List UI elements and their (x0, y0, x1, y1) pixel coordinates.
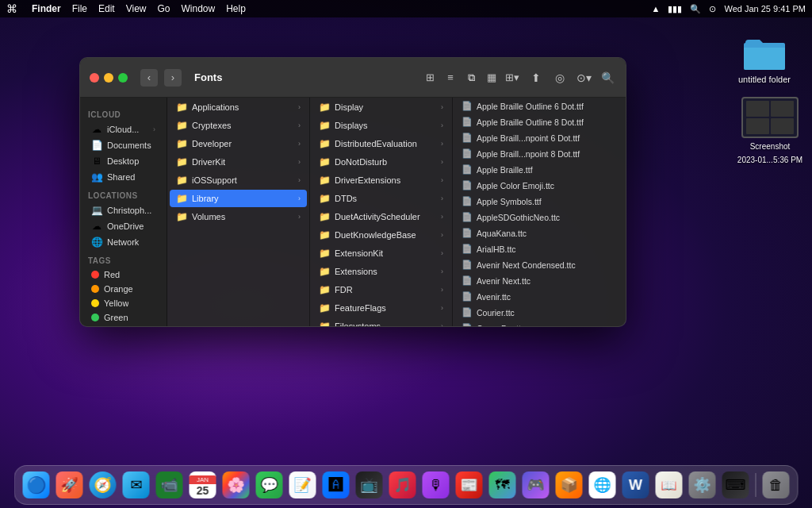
view-options-button[interactable]: ⊞▾ (504, 69, 521, 87)
gallery-view-button[interactable]: ▦ (483, 69, 500, 87)
dock-syspref[interactable]: ⚙️ (688, 470, 718, 500)
dock-trash[interactable]: 🗑 (761, 470, 791, 500)
back-button[interactable]: ‹ (140, 69, 158, 87)
tag-button[interactable]: ◎ (551, 69, 569, 87)
col2-item-featureflags[interactable]: 📁 FeatureFlags › (312, 299, 450, 317)
dock-arcade[interactable]: 🎮 (521, 470, 551, 500)
col1-item-cryptexes[interactable]: 📁 Cryptexes › (170, 117, 307, 134)
sidebar-item-red[interactable]: Red (83, 267, 163, 282)
file-item-4[interactable]: 📄 Apple Braille.ttf (455, 162, 623, 177)
dock-calendar[interactable]: JAN 25 (188, 470, 218, 500)
file-item-14[interactable]: 📄 GeezaPro.ttc (455, 321, 623, 326)
col2-item-distributedeval[interactable]: 📁 DistributedEvaluation › (312, 135, 450, 152)
col2-item-display[interactable]: 📁 Display › (312, 98, 450, 116)
maximize-button[interactable] (118, 73, 128, 83)
menu-edit[interactable]: Edit (98, 3, 115, 14)
file-item-0[interactable]: 📄 Apple Braille Outline 6 Dot.ttf (455, 98, 623, 114)
col2-item-dtds[interactable]: 📁 DTDs › (312, 190, 450, 207)
list-view-button[interactable]: ≡ (442, 69, 459, 87)
col1-item-developer[interactable]: 📁 Developer › (170, 135, 307, 152)
col1-item-library[interactable]: 📁 Library › (170, 190, 307, 207)
col2-item-driverext[interactable]: 📁 DriverExtensions › (312, 171, 450, 189)
forward-button[interactable]: › (164, 69, 182, 87)
menubar-search-icon[interactable]: 🔍 (690, 4, 701, 14)
file-item-13[interactable]: 📄 Courier.ttc (455, 305, 623, 320)
col2-item-duetact[interactable]: 📁 DuetActivityScheduler › (312, 208, 450, 225)
file-item-9[interactable]: 📄 ArialHB.ttc (455, 241, 623, 256)
file-item-7[interactable]: 📄 AppleSDGothicNeo.ttc (455, 210, 623, 225)
menu-help[interactable]: Help (226, 3, 246, 14)
file-item-1[interactable]: 📄 Apple Braille Outline 8 Dot.ttf (455, 114, 623, 129)
dock-podcasts[interactable]: 🎙 (421, 470, 451, 500)
dock-finder[interactable]: 🔵 (21, 470, 52, 500)
menubar-controlcenter-icon[interactable]: ⊙ (709, 4, 716, 14)
menu-file[interactable]: File (72, 3, 87, 14)
apple-menu[interactable]: ⌘ (6, 2, 17, 15)
file-icon-1: 📄 (462, 117, 473, 127)
dock-music[interactable]: 🎵 (388, 470, 418, 500)
sidebar-item-icloud[interactable]: ☁ iCloud... › (83, 121, 163, 137)
action-button[interactable]: ⊙▾ (575, 69, 592, 87)
dock-tv[interactable]: 📺 (354, 470, 385, 500)
close-button[interactable] (90, 73, 99, 83)
col1-item-volumes[interactable]: 📁 Volumes › (170, 208, 307, 225)
minimize-button[interactable] (104, 73, 113, 83)
menu-window[interactable]: Window (182, 3, 216, 14)
menu-view[interactable]: View (126, 3, 147, 14)
col2-item-extkit[interactable]: 📁 ExtensionKit › (312, 244, 450, 262)
file-item-12[interactable]: 📄 Avenir.ttc (455, 289, 623, 304)
file-item-10[interactable]: 📄 Avenir Next Condensed.ttc (455, 257, 623, 272)
menu-go[interactable]: Go (158, 3, 170, 14)
file-icon-14: 📄 (462, 323, 473, 326)
file-item-6[interactable]: 📄 Apple Symbols.ttf (455, 194, 623, 209)
sidebar-item-desktop[interactable]: 🖥 Desktop (83, 153, 163, 169)
sidebar-item-network[interactable]: 🌐 Network (83, 234, 163, 250)
sidebar-item-green[interactable]: Green (83, 310, 163, 325)
file-item-5[interactable]: 📄 Apple Color Emoji.ttc (455, 178, 623, 193)
dock-altstore[interactable]: 📦 (554, 470, 584, 500)
icon-view-button[interactable]: ⊞ (421, 69, 439, 87)
desktop-screenshot[interactable]: Screenshot 2023-01...5:36 PM (734, 97, 806, 165)
dock-word[interactable]: W (621, 470, 651, 500)
col2-item-duetkb[interactable]: 📁 DuetKnowledgeBase › (312, 226, 450, 244)
col2-item-fdr[interactable]: 📁 FDR › (312, 281, 450, 298)
sidebar-item-shared[interactable]: 👥 Shared (83, 169, 163, 185)
sidebar-item-yellow[interactable]: Yellow (83, 296, 163, 310)
col1-item-iossupport[interactable]: 📁 iOSSupport › (170, 171, 307, 189)
dock-safari[interactable]: 🧭 (88, 470, 118, 500)
sidebar-item-onedrive[interactable]: ☁ OneDrive (83, 218, 163, 234)
sidebar-item-documents[interactable]: 📄 Documents (83, 137, 163, 153)
col2-item-donotdisturb[interactable]: 📁 DoNotDisturb › (312, 153, 450, 171)
dock-keyboard[interactable]: ⌨ (721, 470, 751, 500)
sidebar-item-computer[interactable]: 💻 Christoph... (83, 202, 163, 218)
dock-reminders[interactable]: 📝 (288, 470, 318, 500)
dock-appstore[interactable]: 🅰 (321, 470, 351, 500)
columns-area: 📁 Applications › 📁 Cryptexes › 📁 Develop… (167, 98, 626, 326)
dock-facetime[interactable]: 📹 (155, 470, 185, 500)
desktop-folder-untitled[interactable]: untitled folder (733, 33, 796, 84)
documents-icon: 📄 (91, 140, 102, 151)
col2-item-extensions[interactable]: 📁 Extensions › (312, 263, 450, 280)
sidebar-item-orange[interactable]: Orange (83, 282, 163, 296)
col1-item-driverkit[interactable]: 📁 DriverKit › (170, 153, 307, 171)
dock-dictionary[interactable]: 📖 (654, 470, 684, 500)
column-view-button[interactable]: ⧉ (462, 69, 480, 87)
dock-mail[interactable]: ✉ (121, 470, 151, 500)
share-button[interactable]: ⬆ (527, 69, 545, 87)
dock-photos[interactable]: 🌸 (221, 470, 251, 500)
app-name[interactable]: Finder (32, 3, 61, 14)
dock-maps[interactable]: 🗺 (488, 470, 518, 500)
dock-chrome[interactable]: 🌐 (588, 470, 618, 500)
file-item-11[interactable]: 📄 Avenir Next.ttc (455, 273, 623, 288)
dock-messages[interactable]: 💬 (255, 470, 285, 500)
dock-launchpad[interactable]: 🚀 (55, 470, 85, 500)
col1-item-applications[interactable]: 📁 Applications › (170, 98, 307, 116)
search-button[interactable]: 🔍 (599, 69, 616, 87)
file-item-8[interactable]: 📄 AquaKana.ttc (455, 225, 623, 241)
menubar-wifi-icon: ▲ (652, 4, 661, 13)
dock-news[interactable]: 📰 (454, 470, 485, 500)
file-item-2[interactable]: 📄 Apple Braill...npoint 6 Dot.ttf (455, 130, 623, 145)
file-item-3[interactable]: 📄 Apple Braill...npoint 8 Dot.ttf (455, 146, 623, 161)
col2-item-filesystems[interactable]: 📁 Filesystems › (312, 318, 450, 326)
col2-item-displays[interactable]: 📁 Displays › (312, 117, 450, 134)
